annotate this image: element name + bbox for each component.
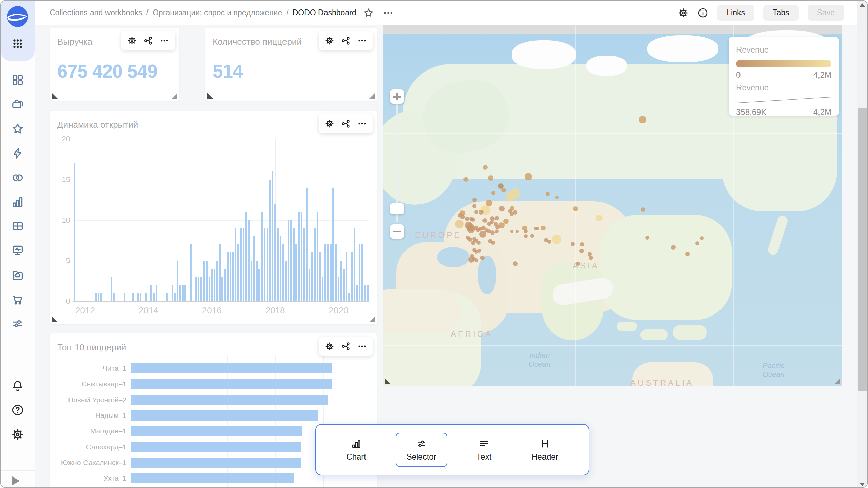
- add-chart-label: Chart: [346, 452, 366, 462]
- month-bar: [74, 163, 75, 301]
- scroll-down-arrow-icon[interactable]: [860, 483, 865, 486]
- revenue-bubble: [463, 177, 468, 182]
- month-bar: [209, 277, 210, 301]
- category-label: Надым–1: [95, 411, 126, 420]
- month-bar: [145, 293, 147, 301]
- month-bar: [237, 244, 239, 301]
- revenue-bubble: [501, 188, 506, 192]
- breadcrumb-workbook[interactable]: Организации: спрос и предложение: [153, 8, 282, 17]
- connections-icon[interactable]: [11, 171, 24, 184]
- dashboard-settings-gear-icon[interactable]: [678, 7, 689, 18]
- save-button[interactable]: Save: [808, 5, 844, 21]
- widget-more-icon[interactable]: [160, 36, 169, 45]
- caspian-sea: [478, 256, 496, 294]
- resize-handle[interactable]: [369, 93, 375, 99]
- month-bar: [153, 293, 155, 301]
- revenue-bubble: [510, 212, 514, 216]
- month-bar: [356, 285, 358, 301]
- month-bar: [184, 285, 186, 301]
- resize-handle[interactable]: [834, 378, 840, 384]
- arctic-island: [647, 35, 718, 62]
- revenue-bubble: [671, 245, 676, 250]
- widget-more-icon[interactable]: [357, 119, 367, 128]
- resize-handle[interactable]: [172, 93, 177, 99]
- widget-relations-icon[interactable]: [341, 342, 351, 351]
- map-place-label: Indian Ocean: [529, 351, 551, 369]
- widget-relations-icon[interactable]: [341, 36, 351, 45]
- resize-handle[interactable]: [369, 317, 375, 322]
- help-icon[interactable]: [11, 404, 24, 416]
- category-label: Сыктывкар–1: [82, 380, 126, 388]
- favorites-star-icon[interactable]: [11, 122, 24, 135]
- add-text-button[interactable]: Text: [466, 433, 502, 467]
- favorite-star-icon[interactable]: [363, 7, 374, 18]
- revenue-bubble: [639, 116, 646, 123]
- widget-relations-icon[interactable]: [143, 36, 153, 45]
- page-scrollbar[interactable]: [857, 1, 867, 488]
- map-zoom-control: [390, 89, 404, 239]
- month-bar: [267, 228, 268, 302]
- widget-settings-gear-icon[interactable]: [325, 342, 334, 351]
- month-bar: [124, 293, 125, 301]
- quick-actions-lightning-icon[interactable]: [11, 147, 24, 160]
- revenue-bubble: [474, 210, 478, 214]
- info-icon[interactable]: [697, 7, 708, 18]
- revenue-bubble: [495, 229, 499, 233]
- month-bar: [211, 269, 213, 301]
- charts-icon[interactable]: [11, 196, 24, 208]
- month-bar: [172, 285, 173, 301]
- collections-icon[interactable]: [11, 98, 24, 111]
- notifications-bell-icon[interactable]: [11, 379, 24, 392]
- monitoring-icon[interactable]: [11, 244, 24, 257]
- map-widget[interactable]: EUROPEASIAAFRICAAUSTRALIAIndian OceanPac…: [383, 25, 842, 386]
- month-bar: [338, 277, 339, 301]
- resize-handle[interactable]: [52, 93, 58, 99]
- add-selector-button[interactable]: Selector: [396, 433, 447, 467]
- widget-relations-icon[interactable]: [341, 119, 351, 128]
- y-axis-tick: 10: [62, 216, 70, 225]
- add-header-button[interactable]: Header: [521, 433, 569, 467]
- widget-settings-gear-icon[interactable]: [325, 36, 334, 45]
- settings-gear-icon[interactable]: [11, 428, 24, 441]
- links-button[interactable]: Links: [717, 5, 754, 21]
- datalens-logo-icon[interactable]: [6, 5, 29, 28]
- add-widget-toolbar: Chart Selector Text Header: [315, 424, 589, 475]
- zoom-slider-handle[interactable]: [390, 203, 404, 214]
- widget-settings-gear-icon[interactable]: [127, 36, 137, 45]
- gridline-value: [73, 180, 369, 180]
- dynamics-bar-chart[interactable]: [73, 139, 369, 301]
- expand-sidebar-icon[interactable]: [12, 476, 20, 485]
- revenue-bubble: [488, 175, 493, 181]
- more-menu-icon[interactable]: [383, 7, 394, 18]
- tables-icon[interactable]: [11, 220, 24, 232]
- breadcrumb-collections[interactable]: Collections and workbooks: [50, 8, 142, 17]
- map-place-label: Pacific Ocean: [763, 361, 785, 379]
- apps-grid-icon[interactable]: [11, 37, 24, 50]
- gridline-value: [73, 220, 369, 221]
- revenue-bubble: [695, 241, 699, 245]
- revenue-bubble: [589, 256, 593, 260]
- land-japan: [767, 214, 789, 256]
- widget-more-icon[interactable]: [357, 342, 367, 351]
- resize-handle[interactable]: [52, 317, 58, 322]
- service-settings-sliders-icon[interactable]: [11, 317, 24, 330]
- cloud-folder-icon[interactable]: [11, 268, 24, 281]
- resize-handle[interactable]: [207, 93, 213, 99]
- month-bar: [232, 252, 234, 301]
- revenue-bubble: [491, 191, 495, 195]
- add-chart-button[interactable]: Chart: [335, 433, 377, 467]
- zoom-in-button[interactable]: [390, 89, 404, 104]
- month-bar: [221, 277, 223, 301]
- dashboards-icon[interactable]: [11, 74, 24, 86]
- tabs-button[interactable]: Tabs: [763, 5, 799, 21]
- revenue-bubble: [552, 235, 561, 244]
- widget-title: Топ-10 пиццерий: [57, 342, 126, 353]
- month-bar: [248, 220, 250, 302]
- resize-handle[interactable]: [385, 378, 391, 384]
- zoom-out-button[interactable]: [390, 224, 404, 239]
- scroll-up-arrow-icon[interactable]: [860, 3, 865, 7]
- widget-settings-gear-icon[interactable]: [325, 119, 334, 128]
- scrollbar-thumb[interactable]: [858, 108, 867, 391]
- widget-more-icon[interactable]: [357, 36, 367, 45]
- marketplace-cart-icon[interactable]: [11, 293, 24, 306]
